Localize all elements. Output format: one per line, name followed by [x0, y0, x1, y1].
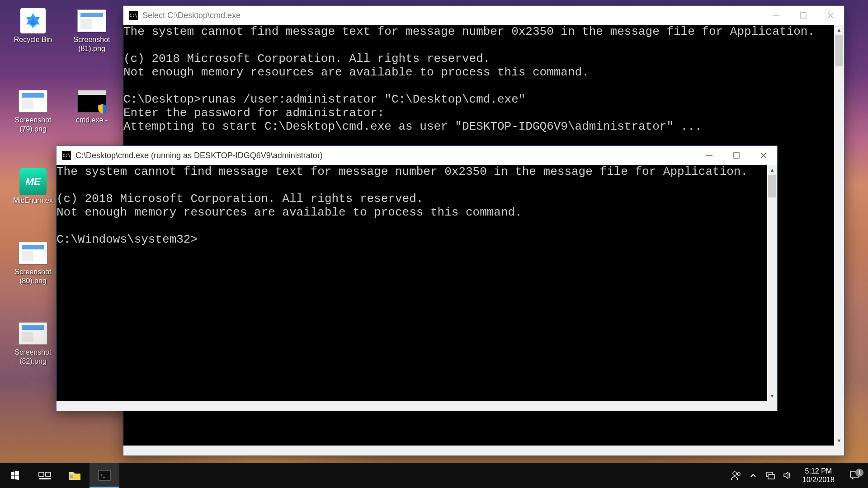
maximize-button[interactable]: [790, 6, 817, 25]
icon-label: Recycle Bin: [14, 35, 52, 44]
image-file-icon: [19, 322, 47, 345]
vertical-scrollbar[interactable]: ▲ ▼: [767, 165, 777, 401]
uac-shield-icon: [97, 103, 108, 115]
people-icon[interactable]: [727, 463, 745, 488]
folder-icon: [68, 469, 81, 481]
close-button[interactable]: [817, 6, 844, 25]
minimize-button[interactable]: [696, 146, 723, 165]
horizontal-scrollbar[interactable]: [123, 446, 844, 455]
svg-rect-1: [801, 13, 806, 18]
terminal-output[interactable]: The system cannot find message text for …: [57, 165, 767, 411]
scroll-up-icon[interactable]: ▲: [767, 165, 777, 175]
svg-rect-0: [773, 15, 779, 16]
terminal-icon: >_: [98, 470, 111, 481]
icon-label: Screenshot (80).png: [6, 267, 60, 286]
titlebar[interactable]: C:\ Select C:\Desktop\cmd.exe: [123, 6, 844, 25]
network-icon[interactable]: [762, 463, 779, 488]
svg-rect-5: [46, 472, 51, 476]
image-file-icon: [19, 90, 47, 113]
clock-time: 5:12 PM: [805, 467, 832, 475]
action-center-button[interactable]: 1: [841, 470, 868, 480]
svg-rect-13: [768, 474, 774, 479]
vertical-scrollbar[interactable]: ▲ ▼: [834, 25, 844, 446]
window-title: C:\Desktop\cmd.exe (running as DESKTOP-I…: [75, 151, 323, 160]
icon-label: MicEnum.ex: [13, 196, 53, 205]
cmd-taskbar[interactable]: >_: [90, 463, 119, 488]
windows-icon: [9, 470, 20, 481]
scroll-up-icon[interactable]: ▲: [834, 25, 844, 35]
maximize-button[interactable]: [723, 146, 750, 165]
svg-point-10: [733, 472, 736, 475]
clock-date: 10/2/2018: [802, 475, 835, 484]
scroll-thumb[interactable]: [768, 175, 776, 197]
file-explorer-taskbar[interactable]: [60, 463, 90, 488]
app-icon: ME: [19, 168, 47, 195]
icon-label: Screenshot (81).png: [65, 35, 119, 53]
chevron-up-icon: [750, 472, 756, 479]
icon-label: Screenshot (82).png: [6, 348, 60, 366]
system-tray: 5:12 PM 10/2/2018 1: [727, 463, 868, 488]
icon-label: cmd.exe -: [76, 116, 108, 125]
cmd-shortcut-icon[interactable]: cmd.exe -: [62, 89, 121, 134]
scroll-down-icon[interactable]: ▼: [767, 391, 777, 401]
svg-rect-6: [39, 478, 51, 479]
screenshot-79-icon[interactable]: Screenshot (79).png: [4, 89, 62, 134]
svg-rect-2: [706, 155, 712, 156]
taskbar[interactable]: >_ 5:12 PM 10/2/2018 1: [0, 463, 868, 488]
svg-text:>_: >_: [100, 473, 106, 478]
screenshot-81-icon[interactable]: Screenshot (81).png: [62, 8, 121, 53]
scroll-down-icon[interactable]: ▼: [834, 436, 844, 446]
window-title: Select C:\Desktop\cmd.exe: [142, 11, 241, 20]
task-view-button[interactable]: [30, 463, 60, 488]
task-view-icon: [38, 470, 51, 481]
image-file-icon: [19, 242, 47, 264]
notification-badge: 1: [855, 469, 863, 477]
cmd-icon: C:\: [62, 151, 71, 160]
svg-rect-3: [734, 153, 739, 158]
cmd-file-icon: [77, 90, 106, 113]
icon-label: Screenshot (79).png: [6, 116, 60, 134]
desktop-wallpaper[interactable]: Recycle Bin Screenshot (81).png Screensh…: [0, 0, 868, 488]
titlebar[interactable]: C:\ C:\Desktop\cmd.exe (running as DESKT…: [57, 146, 777, 165]
horizontal-scrollbar[interactable]: [57, 401, 777, 411]
image-file-icon: [77, 9, 106, 32]
recycle-bin-icon[interactable]: Recycle Bin: [4, 8, 62, 53]
tray-overflow-button[interactable]: [745, 463, 762, 488]
start-button[interactable]: [0, 463, 30, 488]
screenshot-82-icon[interactable]: Screenshot (82).png: [4, 321, 62, 366]
micenum-icon[interactable]: ME MicEnum.ex: [4, 169, 62, 205]
volume-icon[interactable]: [779, 463, 796, 488]
close-button[interactable]: [750, 146, 777, 165]
svg-rect-4: [39, 472, 44, 476]
taskbar-clock[interactable]: 5:12 PM 10/2/2018: [796, 467, 841, 484]
trash-icon: [20, 8, 46, 33]
minimize-button[interactable]: [763, 6, 790, 25]
screenshot-80-icon[interactable]: Screenshot (80).png: [4, 240, 62, 286]
cmd-window-front[interactable]: C:\ C:\Desktop\cmd.exe (running as DESKT…: [56, 145, 778, 411]
svg-rect-7: [70, 475, 73, 478]
cmd-icon: C:\: [129, 11, 138, 20]
svg-point-11: [737, 473, 740, 475]
scroll-thumb[interactable]: [835, 35, 843, 66]
